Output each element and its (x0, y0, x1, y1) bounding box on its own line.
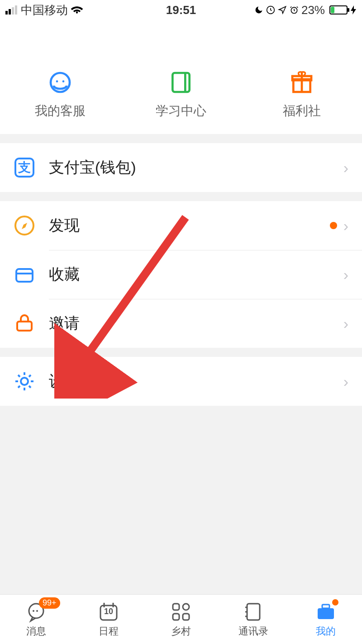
signal-icon (5, 5, 18, 14)
battery-icon (329, 5, 348, 14)
svg-rect-38 (322, 605, 329, 608)
tab-label: 日程 (99, 625, 119, 638)
svg-rect-32 (183, 614, 189, 620)
svg-point-20 (21, 378, 28, 385)
svg-rect-31 (173, 614, 179, 620)
group-settings: 设置 › (0, 357, 362, 406)
tile-label: 学习中心 (156, 102, 206, 120)
svg-rect-0 (5, 11, 8, 14)
tile-learning-center[interactable]: 学习中心 (136, 70, 226, 120)
status-bar: 中国移动 19:51 23% (0, 0, 362, 20)
tab-messages[interactable]: 99+ 消息 (9, 601, 63, 638)
grid-icon (170, 601, 192, 623)
tab-label: 我的 (316, 625, 336, 638)
tab-label: 消息 (26, 625, 46, 638)
gear-icon (14, 370, 35, 392)
gift-icon (289, 70, 314, 95)
tile-customer-service[interactable]: 我的客服 (15, 70, 105, 120)
svg-point-7 (56, 80, 58, 82)
row-label: 收藏 (49, 264, 343, 285)
moon-icon (254, 5, 263, 14)
tab-calendar[interactable]: 10 日程 (81, 601, 136, 638)
location-icon (278, 5, 287, 14)
svg-rect-2 (12, 7, 14, 14)
chevron-right-icon: › (343, 266, 348, 284)
svg-rect-9 (172, 73, 189, 92)
calendar-icon: 10 (98, 601, 119, 623)
svg-rect-33 (247, 604, 260, 620)
wifi-icon (71, 5, 83, 14)
tile-label: 我的客服 (35, 102, 86, 120)
book-icon (168, 70, 194, 95)
svg-rect-19 (17, 322, 32, 331)
header-spacer (0, 20, 362, 65)
briefcase-icon (315, 601, 337, 623)
tab-label: 通讯录 (238, 625, 268, 638)
svg-point-30 (183, 604, 189, 610)
notification-dot (332, 599, 338, 606)
svg-rect-1 (9, 9, 11, 14)
svg-point-25 (36, 610, 38, 612)
alipay-icon: 支 (14, 157, 35, 178)
svg-point-8 (62, 80, 65, 82)
row-label: 支付宝(钱包) (49, 157, 343, 178)
tile-label: 福利社 (283, 102, 321, 120)
row-label: 设置 (49, 371, 343, 392)
tab-village[interactable]: 乡村 (154, 601, 208, 638)
alarm-icon (290, 5, 299, 14)
chevron-right-icon: › (343, 315, 348, 332)
svg-rect-29 (173, 604, 179, 610)
invite-icon (14, 312, 35, 334)
chevron-right-icon: › (343, 159, 348, 177)
tab-contacts[interactable]: 通讯录 (226, 601, 281, 638)
tab-mine[interactable]: 我的 (299, 601, 353, 638)
chevron-right-icon: › (343, 217, 348, 235)
charging-icon (350, 5, 357, 14)
svg-rect-17 (16, 269, 33, 282)
svg-rect-3 (15, 5, 17, 14)
tab-label: 乡村 (171, 625, 191, 638)
row-label: 发现 (49, 215, 330, 236)
svg-text:支: 支 (18, 160, 31, 174)
svg-point-24 (33, 610, 34, 612)
notification-dot (330, 222, 337, 229)
calendar-day: 10 (104, 607, 113, 616)
contacts-icon (243, 601, 264, 623)
badge: 99+ (39, 597, 60, 609)
compass-icon (14, 215, 35, 236)
clock: 19:51 (166, 3, 196, 17)
row-discover[interactable]: 发现 › (0, 201, 362, 250)
tile-welfare-club[interactable]: 福利社 (257, 70, 347, 120)
svg-rect-37 (318, 608, 334, 619)
row-favorites[interactable]: 收藏 › (0, 250, 362, 299)
chat-icon: 99+ (25, 601, 47, 623)
row-invite[interactable]: 邀请 › (0, 299, 362, 348)
folder-icon (14, 264, 35, 285)
carrier-label: 中国移动 (21, 2, 68, 18)
group-features: 发现 › 收藏 › 邀请 › (0, 201, 362, 348)
battery-pct-label: 23% (301, 3, 325, 17)
chevron-right-icon: › (343, 373, 348, 390)
group-alipay: 支 支付宝(钱包) › (0, 143, 362, 192)
headset-icon (48, 70, 73, 95)
quick-tiles: 我的客服 学习中心 福利社 (0, 65, 362, 134)
row-alipay[interactable]: 支 支付宝(钱包) › (0, 143, 362, 192)
lock-icon (266, 5, 275, 14)
row-settings[interactable]: 设置 › (0, 357, 362, 406)
tab-bar: 99+ 消息 10 日程 乡村 通讯录 我的 (0, 594, 362, 644)
row-label: 邀请 (49, 313, 343, 334)
